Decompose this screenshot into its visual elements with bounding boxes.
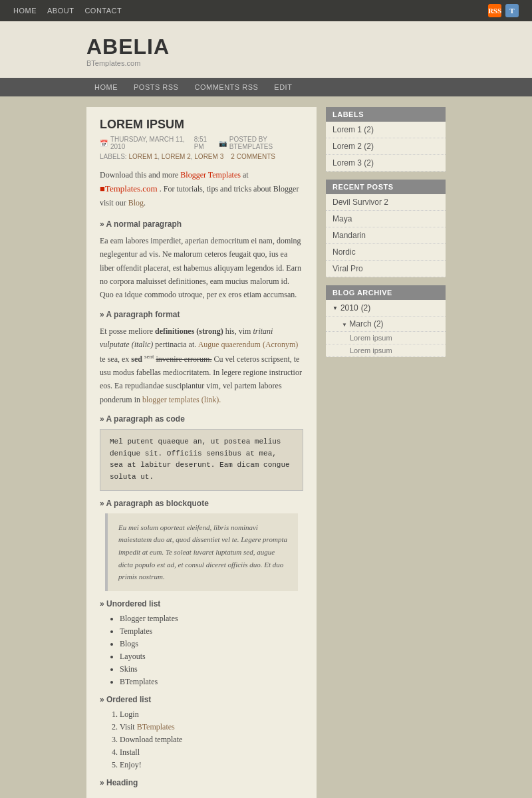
- rss-icon[interactable]: RSS: [488, 4, 501, 17]
- post-content: LOREM IPSUM 📅 THURSDAY, MARCH 11, 2010 8…: [86, 107, 317, 798]
- secondary-navigation: HOME POSTS RSS COMMENTS RSS EDIT: [0, 78, 532, 96]
- labels-prefix: LABELS:: [100, 153, 127, 160]
- sidebar-labels-list: Lorem 1 (2) Lorem 2 (2) Lorem 3 (2): [326, 122, 446, 172]
- triangle-icon: ▼: [332, 305, 338, 311]
- top-nav-home[interactable]: HOME: [13, 7, 37, 15]
- list-item: Layouts: [120, 652, 303, 662]
- sidebar-label-item[interactable]: Lorem 1 (2): [326, 122, 446, 138]
- strong-text: definitiones (strong): [155, 327, 223, 336]
- label-1[interactable]: LOREM 1: [128, 153, 158, 160]
- post-labels: LABELS: LOREM 1, LOREM 2, LOREM 3 2 COMM…: [100, 153, 303, 160]
- site-header: ABELIA BTemplates.com: [0, 21, 532, 78]
- normal-paragraph: Ea eam labores imperdiet, aperian democr…: [100, 234, 303, 302]
- site-title: ABELIA: [86, 35, 446, 59]
- post-author: POSTED BY BTEMPLATES: [229, 136, 303, 150]
- sec-nav-edit[interactable]: EDIT: [266, 78, 300, 96]
- list-item: Visit BTemplates: [120, 722, 303, 732]
- blog-link[interactable]: Blog: [128, 198, 144, 207]
- section-ordered-heading: Ordered list: [100, 695, 303, 704]
- comments-link[interactable]: 2 COMMENTS: [231, 153, 275, 160]
- camera-icon: 📷: [219, 140, 227, 147]
- list-item: Blogs: [120, 639, 303, 649]
- top-navigation: HOME ABOUT CONTACT RSS T: [0, 0, 532, 21]
- blockquote: Eu mei solum oporteat eleifend, libris n…: [105, 513, 298, 591]
- list-item: BTemplates: [120, 677, 303, 687]
- archive-post-item[interactable]: Lorem ipsum: [326, 332, 446, 344]
- archive-year-2010[interactable]: ▼ 2010 (2): [326, 300, 446, 317]
- sidebar-recent-posts-title: RECENT POSTS: [326, 180, 446, 194]
- sidebar-recent-posts-list: Devil Survivor 2 Maya Mandarin Nordic Vi…: [326, 194, 446, 277]
- unordered-list: Blogger templates Templates Blogs Layout…: [100, 614, 303, 687]
- label-2[interactable]: LOREM 2: [162, 153, 191, 160]
- main-layout: LOREM IPSUM 📅 THURSDAY, MARCH 11, 2010 8…: [0, 96, 532, 798]
- formatted-paragraph: Et posse meliore definitiones (strong) h…: [100, 325, 303, 406]
- post-meta: 📅 THURSDAY, MARCH 11, 2010 8:51 PM 📷 POS…: [100, 136, 303, 150]
- ordered-list: Login Visit BTemplates Download template…: [100, 710, 303, 770]
- calendar-icon: 📅: [100, 140, 108, 147]
- btemplates-logo: ■Templates.com: [100, 184, 158, 194]
- list-item: Login: [120, 710, 303, 720]
- site-tagline: BTemplates.com: [86, 59, 446, 67]
- sidebar-label-item[interactable]: Lorem 3 (2): [326, 155, 446, 172]
- sec-nav-home[interactable]: HOME: [86, 78, 126, 96]
- tpl-link[interactable]: blogger templates (link).: [142, 395, 221, 404]
- sidebar-labels-section: LABELS Lorem 1 (2) Lorem 2 (2) Lorem 3 (…: [326, 107, 446, 172]
- archive-post-link[interactable]: Lorem ipsum: [350, 346, 392, 354]
- strikethrough-text: invenire errorum.: [156, 354, 211, 364]
- sec-nav-comments-rss[interactable]: COMMENTS RSS: [186, 78, 266, 96]
- top-nav-links: HOME ABOUT CONTACT: [13, 7, 122, 15]
- list-item: Download template: [120, 735, 303, 745]
- sidebar-recent-post-item[interactable]: Devil Survivor 2: [326, 194, 446, 211]
- triangle-icon: ▼: [342, 322, 347, 328]
- sidebar-label-item[interactable]: Lorem 2 (2): [326, 138, 446, 155]
- list-item: Install: [120, 747, 303, 757]
- list-item: Blogger templates: [120, 614, 303, 624]
- sidebar-labels-title: LABELS: [326, 107, 446, 122]
- post-date: THURSDAY, MARCH 11, 2010: [110, 136, 192, 150]
- archive-post-link[interactable]: Lorem ipsum: [350, 334, 392, 342]
- top-nav-icons: RSS T: [488, 4, 519, 17]
- sent-sup: sent: [144, 353, 154, 360]
- archive-post-item[interactable]: Lorem ipsum: [326, 344, 446, 357]
- archive-month-label: March (2): [349, 319, 383, 329]
- code-block: Mel putent quaeque an, ut postea melius …: [100, 429, 303, 490]
- section-heading-demo-heading: Heading: [100, 778, 303, 787]
- sed-text: sed: [131, 354, 142, 364]
- sidebar-recent-post-item[interactable]: Maya: [326, 211, 446, 227]
- archive-year-label: 2010: [340, 303, 358, 313]
- section-normal-para-heading: A normal paragraph: [100, 219, 303, 229]
- btemplates-link[interactable]: BTemplates: [137, 722, 175, 732]
- sidebar: LABELS Lorem 1 (2) Lorem 2 (2) Lorem 3 (…: [326, 107, 446, 365]
- section-para-format-heading: A paragraph format: [100, 310, 303, 319]
- section-code-heading: A paragraph as code: [100, 414, 303, 424]
- top-nav-about[interactable]: ABOUT: [47, 7, 74, 15]
- blogger-templates-link[interactable]: Blogger Templates: [180, 170, 241, 180]
- archive-year-count: (2): [361, 303, 371, 313]
- list-item: Templates: [120, 626, 303, 636]
- twitter-icon[interactable]: T: [505, 4, 519, 17]
- post-title: LOREM IPSUM: [100, 118, 303, 132]
- sidebar-recent-post-item[interactable]: Viral Pro: [326, 261, 446, 277]
- sidebar-recent-post-item[interactable]: Mandarin: [326, 227, 446, 244]
- sidebar-recent-posts-section: RECENT POSTS Devil Survivor 2 Maya Manda…: [326, 180, 446, 277]
- sidebar-recent-post-item[interactable]: Nordic: [326, 244, 446, 261]
- acronym-link[interactable]: Augue quaerendum (Acronym): [198, 340, 299, 349]
- top-nav-contact[interactable]: CONTACT: [84, 7, 122, 15]
- post-time: 8:51 PM: [194, 136, 216, 150]
- label-3[interactable]: LOREM 3: [194, 153, 223, 160]
- sidebar-archive-section: BLOG ARCHIVE ▼ 2010 (2) ▼ March (2) Lore…: [326, 285, 446, 357]
- list-item: Enjoy!: [120, 760, 303, 770]
- section-unordered-heading: Unordered list: [100, 599, 303, 608]
- sec-nav-posts-rss[interactable]: POSTS RSS: [126, 78, 186, 96]
- archive-month-march[interactable]: ▼ March (2): [326, 317, 446, 332]
- post-intro: Download this and more Blogger Templates…: [100, 168, 303, 210]
- section-blockquote-heading: A paragraph as blockquote: [100, 499, 303, 508]
- list-item: Skins: [120, 664, 303, 674]
- sidebar-archive-title: BLOG ARCHIVE: [326, 285, 446, 300]
